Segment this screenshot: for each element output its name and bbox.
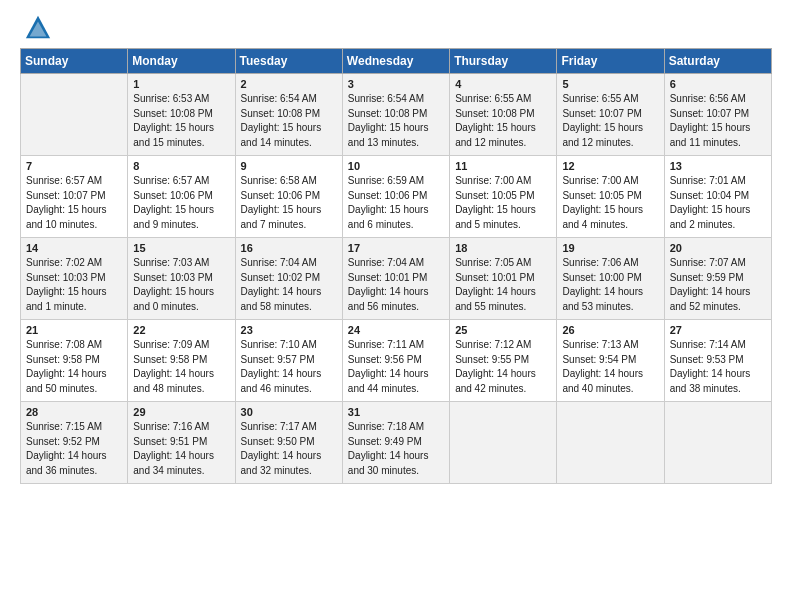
day-number: 7 <box>26 160 123 172</box>
calendar-cell: 14Sunrise: 7:02 AM Sunset: 10:03 PM Dayl… <box>21 238 128 320</box>
day-number: 29 <box>133 406 230 418</box>
day-number: 5 <box>562 78 659 90</box>
day-number: 26 <box>562 324 659 336</box>
header-cell-tuesday: Tuesday <box>235 49 342 74</box>
calendar-cell: 28Sunrise: 7:15 AM Sunset: 9:52 PM Dayli… <box>21 402 128 484</box>
calendar-cell: 27Sunrise: 7:14 AM Sunset: 9:53 PM Dayli… <box>664 320 771 402</box>
calendar-cell <box>450 402 557 484</box>
day-info: Sunrise: 7:02 AM Sunset: 10:03 PM Daylig… <box>26 256 123 314</box>
day-number: 6 <box>670 78 767 90</box>
week-row-3: 14Sunrise: 7:02 AM Sunset: 10:03 PM Dayl… <box>21 238 772 320</box>
calendar-cell: 19Sunrise: 7:06 AM Sunset: 10:00 PM Dayl… <box>557 238 664 320</box>
calendar-cell: 12Sunrise: 7:00 AM Sunset: 10:05 PM Dayl… <box>557 156 664 238</box>
calendar-cell: 16Sunrise: 7:04 AM Sunset: 10:02 PM Dayl… <box>235 238 342 320</box>
calendar-cell: 6Sunrise: 6:56 AM Sunset: 10:07 PM Dayli… <box>664 74 771 156</box>
day-info: Sunrise: 7:13 AM Sunset: 9:54 PM Dayligh… <box>562 338 659 396</box>
calendar-cell: 9Sunrise: 6:58 AM Sunset: 10:06 PM Dayli… <box>235 156 342 238</box>
day-info: Sunrise: 7:17 AM Sunset: 9:50 PM Dayligh… <box>241 420 338 478</box>
day-number: 21 <box>26 324 123 336</box>
calendar-cell: 17Sunrise: 7:04 AM Sunset: 10:01 PM Dayl… <box>342 238 449 320</box>
day-info: Sunrise: 7:07 AM Sunset: 9:59 PM Dayligh… <box>670 256 767 314</box>
day-info: Sunrise: 6:57 AM Sunset: 10:06 PM Daylig… <box>133 174 230 232</box>
day-number: 22 <box>133 324 230 336</box>
day-number: 10 <box>348 160 445 172</box>
day-info: Sunrise: 7:15 AM Sunset: 9:52 PM Dayligh… <box>26 420 123 478</box>
day-info: Sunrise: 6:54 AM Sunset: 10:08 PM Daylig… <box>348 92 445 150</box>
calendar-cell: 30Sunrise: 7:17 AM Sunset: 9:50 PM Dayli… <box>235 402 342 484</box>
day-info: Sunrise: 7:10 AM Sunset: 9:57 PM Dayligh… <box>241 338 338 396</box>
week-row-5: 28Sunrise: 7:15 AM Sunset: 9:52 PM Dayli… <box>21 402 772 484</box>
day-info: Sunrise: 6:54 AM Sunset: 10:08 PM Daylig… <box>241 92 338 150</box>
day-info: Sunrise: 6:55 AM Sunset: 10:08 PM Daylig… <box>455 92 552 150</box>
day-number: 2 <box>241 78 338 90</box>
day-info: Sunrise: 7:18 AM Sunset: 9:49 PM Dayligh… <box>348 420 445 478</box>
calendar-cell <box>21 74 128 156</box>
calendar-cell: 29Sunrise: 7:16 AM Sunset: 9:51 PM Dayli… <box>128 402 235 484</box>
day-number: 9 <box>241 160 338 172</box>
calendar-cell: 7Sunrise: 6:57 AM Sunset: 10:07 PM Dayli… <box>21 156 128 238</box>
header-cell-wednesday: Wednesday <box>342 49 449 74</box>
day-number: 11 <box>455 160 552 172</box>
calendar-cell <box>557 402 664 484</box>
day-number: 14 <box>26 242 123 254</box>
calendar-header: SundayMondayTuesdayWednesdayThursdayFrid… <box>21 49 772 74</box>
header-cell-saturday: Saturday <box>664 49 771 74</box>
day-number: 28 <box>26 406 123 418</box>
calendar-cell: 18Sunrise: 7:05 AM Sunset: 10:01 PM Dayl… <box>450 238 557 320</box>
day-number: 16 <box>241 242 338 254</box>
day-number: 15 <box>133 242 230 254</box>
calendar-body: 1Sunrise: 6:53 AM Sunset: 10:08 PM Dayli… <box>21 74 772 484</box>
day-info: Sunrise: 6:55 AM Sunset: 10:07 PM Daylig… <box>562 92 659 150</box>
day-info: Sunrise: 7:04 AM Sunset: 10:02 PM Daylig… <box>241 256 338 314</box>
day-number: 19 <box>562 242 659 254</box>
calendar-cell: 24Sunrise: 7:11 AM Sunset: 9:56 PM Dayli… <box>342 320 449 402</box>
calendar-cell: 23Sunrise: 7:10 AM Sunset: 9:57 PM Dayli… <box>235 320 342 402</box>
day-info: Sunrise: 7:14 AM Sunset: 9:53 PM Dayligh… <box>670 338 767 396</box>
day-info: Sunrise: 7:08 AM Sunset: 9:58 PM Dayligh… <box>26 338 123 396</box>
day-number: 25 <box>455 324 552 336</box>
day-number: 18 <box>455 242 552 254</box>
day-info: Sunrise: 7:12 AM Sunset: 9:55 PM Dayligh… <box>455 338 552 396</box>
calendar-cell: 25Sunrise: 7:12 AM Sunset: 9:55 PM Dayli… <box>450 320 557 402</box>
calendar-cell: 2Sunrise: 6:54 AM Sunset: 10:08 PM Dayli… <box>235 74 342 156</box>
day-info: Sunrise: 7:03 AM Sunset: 10:03 PM Daylig… <box>133 256 230 314</box>
day-number: 1 <box>133 78 230 90</box>
calendar-cell: 21Sunrise: 7:08 AM Sunset: 9:58 PM Dayli… <box>21 320 128 402</box>
day-number: 30 <box>241 406 338 418</box>
calendar-cell: 15Sunrise: 7:03 AM Sunset: 10:03 PM Dayl… <box>128 238 235 320</box>
page: SundayMondayTuesdayWednesdayThursdayFrid… <box>0 0 792 494</box>
calendar-cell: 1Sunrise: 6:53 AM Sunset: 10:08 PM Dayli… <box>128 74 235 156</box>
day-number: 31 <box>348 406 445 418</box>
day-info: Sunrise: 7:04 AM Sunset: 10:01 PM Daylig… <box>348 256 445 314</box>
day-info: Sunrise: 6:57 AM Sunset: 10:07 PM Daylig… <box>26 174 123 232</box>
day-info: Sunrise: 7:00 AM Sunset: 10:05 PM Daylig… <box>455 174 552 232</box>
week-row-2: 7Sunrise: 6:57 AM Sunset: 10:07 PM Dayli… <box>21 156 772 238</box>
calendar-cell <box>664 402 771 484</box>
week-row-4: 21Sunrise: 7:08 AM Sunset: 9:58 PM Dayli… <box>21 320 772 402</box>
day-info: Sunrise: 7:09 AM Sunset: 9:58 PM Dayligh… <box>133 338 230 396</box>
calendar-cell: 5Sunrise: 6:55 AM Sunset: 10:07 PM Dayli… <box>557 74 664 156</box>
header-row: SundayMondayTuesdayWednesdayThursdayFrid… <box>21 49 772 74</box>
calendar-cell: 4Sunrise: 6:55 AM Sunset: 10:08 PM Dayli… <box>450 74 557 156</box>
day-info: Sunrise: 7:06 AM Sunset: 10:00 PM Daylig… <box>562 256 659 314</box>
day-number: 27 <box>670 324 767 336</box>
week-row-1: 1Sunrise: 6:53 AM Sunset: 10:08 PM Dayli… <box>21 74 772 156</box>
day-number: 24 <box>348 324 445 336</box>
header-cell-sunday: Sunday <box>21 49 128 74</box>
day-number: 8 <box>133 160 230 172</box>
calendar-cell: 22Sunrise: 7:09 AM Sunset: 9:58 PM Dayli… <box>128 320 235 402</box>
calendar-cell: 26Sunrise: 7:13 AM Sunset: 9:54 PM Dayli… <box>557 320 664 402</box>
calendar-cell: 11Sunrise: 7:00 AM Sunset: 10:05 PM Dayl… <box>450 156 557 238</box>
calendar-cell: 20Sunrise: 7:07 AM Sunset: 9:59 PM Dayli… <box>664 238 771 320</box>
day-number: 20 <box>670 242 767 254</box>
day-number: 3 <box>348 78 445 90</box>
header-cell-friday: Friday <box>557 49 664 74</box>
day-info: Sunrise: 7:05 AM Sunset: 10:01 PM Daylig… <box>455 256 552 314</box>
calendar-cell: 3Sunrise: 6:54 AM Sunset: 10:08 PM Dayli… <box>342 74 449 156</box>
day-info: Sunrise: 7:11 AM Sunset: 9:56 PM Dayligh… <box>348 338 445 396</box>
day-number: 23 <box>241 324 338 336</box>
day-info: Sunrise: 6:53 AM Sunset: 10:08 PM Daylig… <box>133 92 230 150</box>
calendar-cell: 13Sunrise: 7:01 AM Sunset: 10:04 PM Dayl… <box>664 156 771 238</box>
day-info: Sunrise: 7:16 AM Sunset: 9:51 PM Dayligh… <box>133 420 230 478</box>
day-info: Sunrise: 7:00 AM Sunset: 10:05 PM Daylig… <box>562 174 659 232</box>
